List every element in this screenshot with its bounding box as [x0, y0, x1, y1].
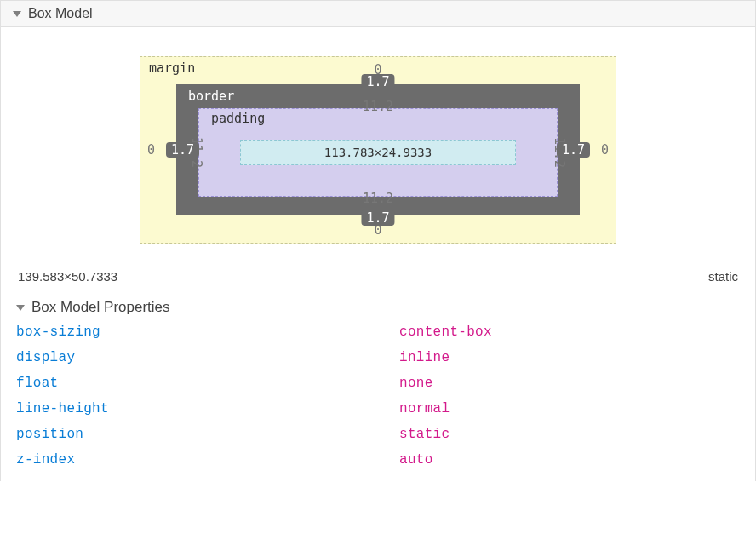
property-name: float	[16, 376, 399, 391]
border-bottom-value[interactable]: 1.7	[361, 210, 394, 226]
property-value: content-box	[399, 324, 492, 340]
properties-list: box-sizing content-box display inline fl…	[16, 319, 740, 473]
property-row[interactable]: line-height normal	[16, 396, 740, 422]
property-value: auto	[399, 452, 433, 468]
margin-region[interactable]: margin 0 0 0 0 border 1.7 1.7 1.7 1.7 pa…	[140, 56, 616, 244]
padding-bottom-value[interactable]: 11.2	[363, 191, 393, 206]
property-name: position	[16, 427, 399, 442]
element-summary: 139.583×50.7333 static	[16, 252, 740, 296]
content-dimensions: 113.783×24.9333	[324, 146, 432, 159]
border-right-value[interactable]: 1.7	[557, 142, 590, 158]
margin-left-value[interactable]: 0	[147, 142, 155, 158]
element-dimensions: 139.583×50.7333	[18, 269, 117, 284]
property-value: static	[399, 427, 450, 442]
border-top-value[interactable]: 1.7	[361, 74, 394, 89]
property-name: display	[16, 350, 399, 365]
section-title: Box Model	[28, 6, 93, 21]
property-name: line-height	[16, 401, 399, 416]
margin-label: margin	[149, 60, 195, 76]
element-position-mode: static	[708, 269, 738, 284]
box-model-body: margin 0 0 0 0 border 1.7 1.7 1.7 1.7 pa…	[1, 27, 755, 481]
property-row[interactable]: display inline	[16, 345, 740, 370]
properties-title: Box Model Properties	[32, 299, 170, 316]
padding-top-value[interactable]: 11.2	[363, 99, 393, 114]
padding-region[interactable]: padding 11.2 11.2 11.2 11.2 113.783×24.9…	[198, 108, 558, 197]
property-value: normal	[399, 401, 450, 416]
border-left-value[interactable]: 1.7	[166, 142, 199, 158]
border-region[interactable]: border 1.7 1.7 1.7 1.7 padding 11.2 11.2…	[176, 84, 580, 215]
property-row[interactable]: position static	[16, 422, 740, 447]
content-region[interactable]: 113.783×24.9333	[240, 140, 516, 165]
box-model-properties-header[interactable]: Box Model Properties	[16, 296, 740, 319]
padding-label: padding	[211, 111, 265, 126]
property-value: inline	[399, 350, 450, 365]
margin-right-value[interactable]: 0	[601, 142, 609, 158]
box-model-panel: Box Model margin 0 0 0 0 border 1.7 1.7 …	[0, 0, 756, 481]
property-value: none	[399, 376, 433, 391]
property-row[interactable]: box-sizing content-box	[16, 319, 740, 345]
property-row[interactable]: z-index auto	[16, 447, 740, 473]
chevron-down-icon	[13, 11, 21, 17]
property-name: z-index	[16, 452, 399, 468]
box-model-diagram: margin 0 0 0 0 border 1.7 1.7 1.7 1.7 pa…	[16, 39, 740, 252]
property-row[interactable]: float none	[16, 370, 740, 396]
box-model-header[interactable]: Box Model	[1, 1, 755, 27]
chevron-down-icon	[16, 305, 25, 311]
property-name: box-sizing	[16, 324, 399, 340]
border-label: border	[188, 89, 234, 104]
